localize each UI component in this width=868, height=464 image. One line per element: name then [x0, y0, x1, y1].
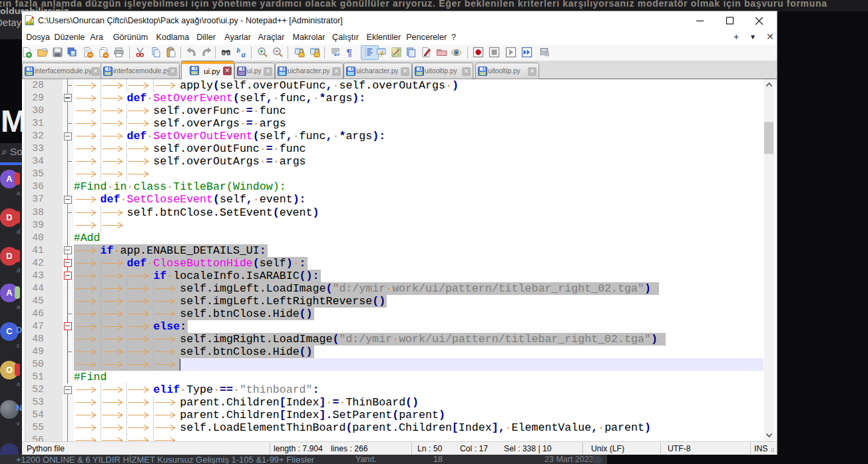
svg-text:a: a	[241, 49, 246, 58]
svg-text:¶: ¶	[347, 47, 352, 58]
svg-text:b: b	[236, 47, 240, 54]
